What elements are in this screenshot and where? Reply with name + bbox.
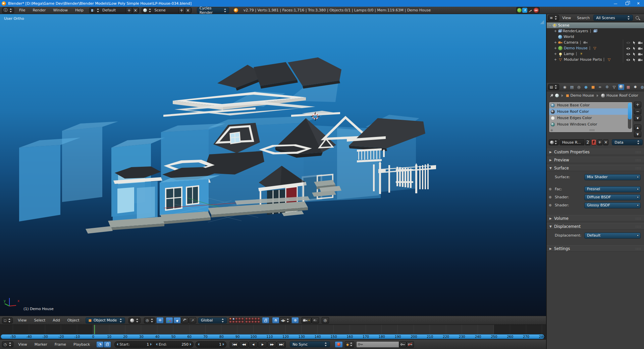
outliner-item-label[interactable]: Scene — [558, 23, 570, 28]
opengl-render-anim-button[interactable] — [312, 317, 319, 323]
slot-remove-button[interactable]: − — [634, 108, 641, 114]
mode-select[interactable]: ■Object Mode — [86, 317, 125, 323]
pin-icon[interactable] — [549, 93, 554, 98]
property-dropdown-default[interactable]: Default — [584, 233, 641, 239]
material-fake-user-button[interactable]: F — [591, 139, 596, 145]
editor-type-properties-button[interactable]: ▤ — [548, 84, 559, 90]
outliner-item-label[interactable]: Camera — [564, 40, 578, 45]
material-name-field[interactable]: House R... — [559, 139, 584, 145]
tab-texture[interactable]: ▦ — [625, 84, 632, 90]
material-slot[interactable]: House Roof Color — [549, 108, 632, 115]
cursor-toggle-icon[interactable] — [633, 40, 636, 45]
snap-magnet-button[interactable]: ∩ — [272, 317, 279, 323]
property-dropdown-mix-shader[interactable]: Mix Shader — [584, 174, 641, 180]
panel-header-custom-properties[interactable]: ▶Custom Properties:::: — [547, 149, 644, 155]
node-expand-icon[interactable]: ⊕ — [549, 195, 553, 199]
material-new-button[interactable]: + — [597, 139, 602, 145]
editor-type-info-button[interactable]: ⓘ — [2, 7, 14, 13]
gif-icon[interactable]: GIF — [534, 8, 539, 13]
outliner-row[interactable]: +Camera — [547, 40, 644, 45]
expand-toggle[interactable]: + — [553, 29, 557, 33]
tab-object-data[interactable]: ▽ — [611, 84, 618, 90]
eye-toggle-icon[interactable] — [626, 40, 631, 45]
layer-cell[interactable] — [248, 317, 251, 320]
prev-keyframe-button[interactable]: ◀◀ — [239, 341, 248, 348]
view3d-menu-select[interactable]: Select — [30, 317, 49, 324]
layout-name[interactable]: Default — [102, 8, 116, 12]
camera-toggle-icon[interactable] — [638, 52, 643, 56]
viewport-shading-button[interactable] — [128, 317, 141, 323]
expand-toggle[interactable]: + — [553, 58, 557, 61]
layer-cell[interactable] — [257, 320, 260, 323]
view-dolly-button[interactable]: ◎ — [322, 317, 329, 323]
menu-file[interactable]: File — [15, 7, 29, 14]
material-users-button[interactable]: 2 — [585, 139, 591, 145]
tab-particles[interactable]: ✱ — [632, 84, 639, 90]
opengl-render-image-button[interactable]: + — [302, 317, 312, 323]
menu-help[interactable]: Help — [71, 7, 87, 14]
node-expand-icon[interactable]: ⊕ — [549, 203, 553, 207]
dev-fund-brush-icon[interactable] — [528, 8, 533, 13]
editor-type-outliner-button[interactable]: ≡ — [548, 15, 559, 21]
scene-name[interactable]: Scene — [154, 8, 166, 12]
viewport-3d[interactable]: User Ortho (1) Demo House y x — [0, 14, 546, 316]
tab-scene[interactable]: ◎ — [576, 84, 582, 90]
tab-modifiers[interactable]: ⚙ — [604, 84, 610, 90]
house-model-exploded[interactable] — [0, 14, 546, 316]
material-slot-list[interactable]: House Base ColorHouse Roof ColorHouse Ed… — [549, 102, 633, 133]
manipulator-scale-icon[interactable]: ↗ — [189, 317, 196, 323]
layer-cell[interactable] — [251, 317, 254, 320]
jump-to-start-button[interactable]: |◀◀ — [230, 341, 239, 348]
insert-keyframe-button[interactable] — [399, 341, 407, 348]
outliner-menu-search[interactable]: Search — [574, 14, 593, 21]
outliner-row[interactable]: +▽Demo House▽ — [547, 45, 644, 51]
eye-toggle-icon[interactable] — [626, 46, 631, 50]
material-slot[interactable]: House Windows Color — [549, 121, 632, 128]
roof-panels[interactable] — [217, 57, 341, 91]
keying-set-type-button[interactable]: ◆ — [345, 341, 354, 348]
outliner-item-label[interactable]: Demo House — [564, 46, 588, 50]
outliner-item-label[interactable]: Lamp — [564, 52, 574, 56]
property-dropdown-glossy-bsdf[interactable]: Glossy BSDF — [584, 202, 641, 208]
delete-keyframe-button[interactable] — [407, 341, 414, 348]
layer-cell[interactable] — [232, 317, 235, 320]
donate-icon[interactable] — [517, 8, 522, 12]
camera-toggle-icon[interactable] — [638, 46, 643, 50]
breadcrumb-object[interactable]: Demo House — [570, 93, 594, 98]
slot-specials-button[interactable]: ▼ — [634, 115, 641, 121]
snap-element-button[interactable]: ◂▮▸ — [279, 317, 291, 323]
snap-target-button[interactable]: ⊕ — [291, 317, 299, 323]
outliner-row[interactable]: +▽Modular House Parts▽ — [547, 57, 644, 62]
play-button[interactable]: ▶ — [258, 341, 267, 348]
layer-cell[interactable] — [238, 320, 241, 323]
panel-header-displacement[interactable]: ▼Displacement:::: — [547, 223, 644, 230]
close-button[interactable]: ✕ — [633, 0, 644, 7]
slot-list-scrollbar[interactable] — [628, 103, 632, 129]
auto-keyframe-record-button[interactable] — [335, 341, 343, 348]
material-link-select[interactable]: Data — [612, 139, 643, 145]
camera-toggle-icon[interactable] — [638, 40, 643, 45]
tab-render[interactable]: ◉ — [561, 84, 568, 90]
layer-cell[interactable] — [241, 317, 244, 320]
restore-button[interactable] — [621, 0, 633, 7]
current-frame-playhead[interactable] — [94, 325, 95, 335]
layer-cell[interactable] — [254, 317, 257, 320]
outliner-item-label[interactable]: Modular House Parts — [564, 57, 602, 62]
manipulator-translate-arrow-icon[interactable]: ▶ — [173, 317, 181, 323]
property-dropdown-fresnel[interactable]: Fresnel — [584, 186, 641, 192]
panel-header-preview[interactable]: ▶Preview:::: — [547, 157, 644, 163]
timeline-menu-view[interactable]: View — [15, 341, 31, 348]
layer-cell[interactable] — [238, 317, 241, 320]
layer-cell[interactable] — [235, 317, 238, 320]
playback-range-clock-toggle[interactable]: ◔ — [96, 341, 104, 348]
transform-orientation-select[interactable]: Global — [198, 317, 227, 323]
cursor-toggle-icon[interactable] — [633, 52, 636, 56]
twitter-icon[interactable]: t — [522, 8, 527, 13]
material-unlink-button[interactable]: × — [603, 139, 608, 145]
layer-cell[interactable] — [248, 320, 251, 323]
manipulator-translate-axis-icon[interactable] — [166, 317, 173, 323]
layer-cell[interactable] — [257, 317, 260, 320]
manipulator-rotate-icon[interactable] — [181, 317, 189, 323]
current-frame-field[interactable]: 1 — [196, 341, 226, 348]
list-filter-icon[interactable]: ⊕ — [550, 129, 553, 132]
